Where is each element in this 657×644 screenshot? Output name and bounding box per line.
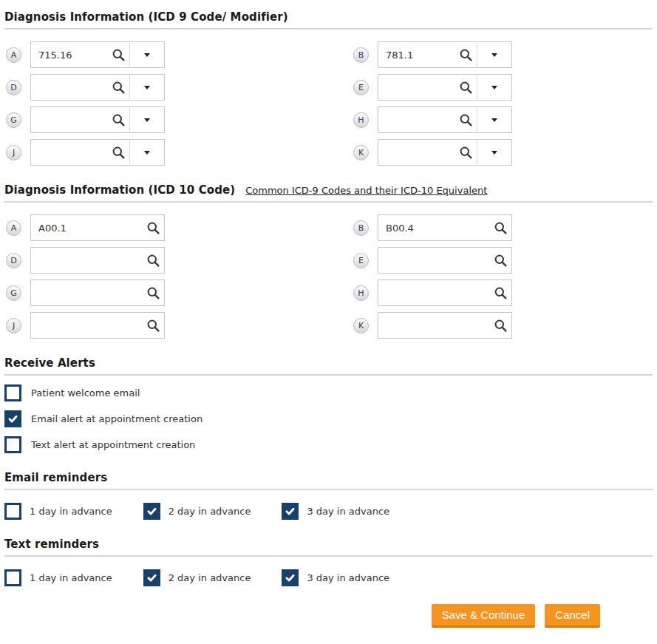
search-icon[interactable] [489, 248, 511, 273]
chevron-down-icon [491, 151, 497, 155]
icd9-field-row: J [4, 139, 352, 166]
icd9-code-input[interactable] [378, 42, 455, 67]
chevron-down-icon [144, 118, 150, 122]
cancel-button[interactable]: Cancel [545, 604, 600, 628]
checkbox-option: 2 day in advance [143, 569, 262, 586]
modifier-dropdown[interactable] [477, 75, 511, 100]
search-icon[interactable] [142, 313, 164, 338]
search-icon[interactable] [142, 248, 164, 273]
icd9-icd10-equivalent-link[interactable]: Common ICD-9 Codes and their ICD-10 Equi… [245, 185, 487, 196]
icd9-code-input[interactable] [378, 75, 455, 100]
icd9-code-combo [30, 139, 165, 166]
search-icon[interactable] [107, 42, 129, 67]
receive-alerts-section: Receive Alerts Patient welcome email Ema… [4, 356, 657, 453]
icd10-code-combo [378, 214, 512, 241]
search-icon[interactable] [142, 280, 164, 305]
modifier-dropdown[interactable] [130, 75, 164, 100]
chevron-down-icon [144, 53, 150, 57]
checkbox-option: 3 day in advance [282, 503, 400, 520]
icd10-code-input[interactable] [31, 280, 142, 305]
text-reminders-row: 1 day in advance 2 day in advance 3 day … [4, 569, 657, 586]
icd9-code-input[interactable] [31, 75, 107, 100]
icd10-code-input[interactable] [31, 248, 142, 273]
chevron-down-icon [491, 118, 497, 122]
icd10-code-combo [30, 214, 165, 241]
search-icon[interactable] [489, 280, 511, 305]
checkbox[interactable] [282, 503, 299, 520]
icd10-section: Diagnosis Information (ICD 10 Code) Comm… [4, 183, 657, 339]
icd9-code-input[interactable] [31, 42, 107, 67]
icd9-code-input[interactable] [31, 140, 107, 165]
search-icon[interactable] [489, 215, 511, 240]
search-icon[interactable] [455, 140, 477, 165]
icd9-code-input[interactable] [31, 107, 107, 132]
icd9-code-input[interactable] [378, 140, 455, 165]
search-icon[interactable] [455, 42, 477, 67]
checkbox[interactable] [4, 569, 21, 586]
icd10-code-input[interactable] [378, 313, 489, 338]
checkbox[interactable] [4, 384, 21, 401]
modifier-dropdown[interactable] [477, 140, 511, 165]
field-letter-badge: B [353, 220, 369, 236]
icd9-field-row: K [352, 139, 657, 166]
search-icon[interactable] [455, 107, 477, 132]
icd9-code-combo [378, 74, 512, 101]
icd10-code-input[interactable] [378, 280, 489, 305]
checkbox[interactable] [143, 503, 160, 520]
search-icon[interactable] [489, 313, 511, 338]
icd10-code-combo [30, 312, 165, 339]
icd10-field-row: B [352, 214, 657, 241]
field-letter-badge: H [353, 285, 369, 301]
section-divider [4, 201, 653, 203]
icd10-field-row: K [352, 312, 657, 339]
field-letter-badge: D [6, 253, 21, 268]
modifier-dropdown[interactable] [130, 140, 164, 165]
save-continue-button[interactable]: Save & Continue [432, 604, 536, 628]
icd10-code-input[interactable] [31, 215, 142, 240]
icd9-code-input[interactable] [378, 107, 455, 132]
search-icon[interactable] [107, 140, 129, 165]
email-reminders-row: 1 day in advance 2 day in advance 3 day … [4, 503, 657, 520]
icd9-code-combo [378, 106, 512, 133]
checkbox[interactable] [4, 503, 21, 520]
receive-alerts-list: Patient welcome email Email alert at app… [4, 384, 657, 453]
icd10-section-heading: Diagnosis Information (ICD 10 Code) [4, 183, 235, 197]
field-letter-badge: E [353, 253, 369, 268]
icd10-field-grid: A B D [4, 214, 657, 339]
field-letter-badge: K [353, 145, 369, 160]
patient-settings-form: Diagnosis Information (ICD 9 Code/ Modif… [0, 0, 657, 628]
checkbox-label: 3 day in advance [307, 506, 389, 517]
checkbox[interactable] [4, 436, 21, 453]
checkbox-option: Email alert at appointment creation [4, 410, 657, 427]
section-divider [4, 374, 653, 376]
email-reminders-heading: Email reminders [4, 471, 657, 484]
search-icon[interactable] [107, 75, 129, 100]
modifier-dropdown[interactable] [130, 42, 164, 67]
icd10-code-input[interactable] [378, 215, 489, 240]
text-reminders-section: Text reminders 1 day in advance 2 day in… [4, 538, 657, 586]
icd9-code-combo [30, 74, 165, 101]
modifier-dropdown[interactable] [477, 107, 511, 132]
icd10-code-combo [378, 247, 512, 274]
icd9-field-grid: A B [4, 41, 657, 166]
field-letter-badge: D [6, 80, 21, 95]
checkbox[interactable] [143, 569, 160, 586]
search-icon[interactable] [107, 107, 129, 132]
modifier-dropdown[interactable] [477, 42, 511, 67]
section-divider [4, 555, 653, 557]
field-letter-badge: A [6, 220, 21, 236]
checkbox[interactable] [4, 410, 21, 427]
icd10-code-input[interactable] [378, 248, 489, 273]
modifier-dropdown[interactable] [130, 107, 164, 132]
icd10-field-row: A [4, 214, 352, 241]
field-letter-badge: A [6, 47, 21, 63]
search-icon[interactable] [142, 215, 164, 240]
icd9-code-combo [30, 106, 165, 133]
icd10-field-row: E [352, 247, 657, 274]
chevron-down-icon [491, 86, 497, 89]
icd9-field-row: E [352, 74, 657, 101]
checkbox[interactable] [282, 569, 299, 586]
icd10-code-input[interactable] [31, 313, 142, 338]
field-letter-badge: G [6, 112, 21, 128]
search-icon[interactable] [455, 75, 477, 100]
